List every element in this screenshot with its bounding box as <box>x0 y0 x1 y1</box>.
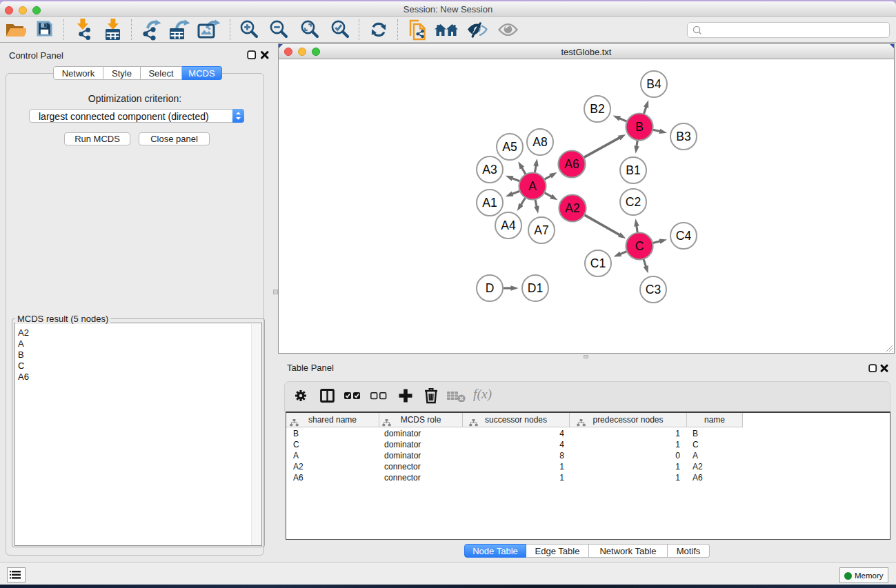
svg-text:C3: C3 <box>646 283 661 296</box>
svg-text:A: A <box>528 179 537 193</box>
svg-text:D1: D1 <box>528 281 543 295</box>
svg-text:C4: C4 <box>676 229 692 243</box>
svg-text:C2: C2 <box>626 195 641 209</box>
svg-text:C: C <box>635 239 644 253</box>
svg-text:B3: B3 <box>676 130 690 143</box>
svg-text:A6: A6 <box>564 157 579 171</box>
svg-text:B1: B1 <box>626 163 640 177</box>
svg-text:B: B <box>635 120 644 134</box>
svg-text:A5: A5 <box>502 140 517 154</box>
svg-text:B2: B2 <box>590 102 604 116</box>
svg-text:A1: A1 <box>482 196 497 210</box>
svg-text:A8: A8 <box>532 135 547 149</box>
svg-text:B4: B4 <box>646 77 661 91</box>
svg-text:D: D <box>486 281 495 295</box>
svg-text:A3: A3 <box>482 163 497 176</box>
svg-text:A2: A2 <box>565 201 579 215</box>
svg-text:A4: A4 <box>501 219 516 232</box>
svg-text:C1: C1 <box>590 256 606 270</box>
svg-text:A7: A7 <box>534 223 548 237</box>
